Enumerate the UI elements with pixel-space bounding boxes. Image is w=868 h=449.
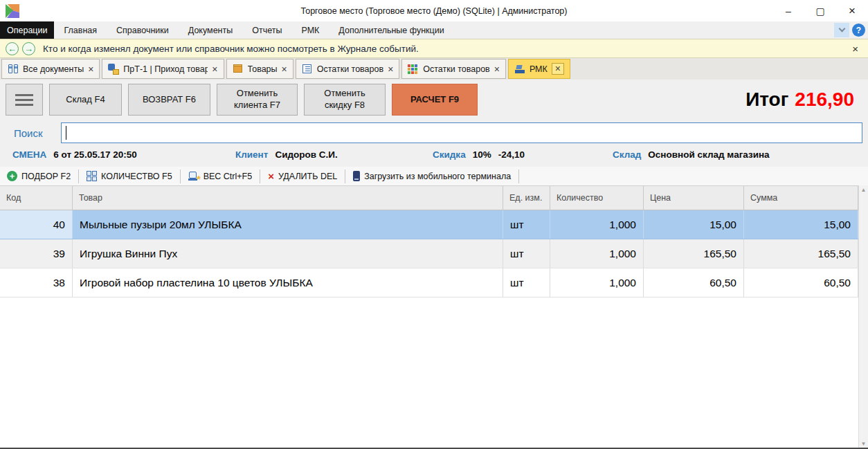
notice-close-icon[interactable]: × bbox=[848, 43, 862, 55]
tab-goods-receipt[interactable]: ПрТ-1 | Приход товаров × bbox=[102, 59, 224, 79]
plus-circle-icon: + bbox=[7, 171, 17, 181]
tab-close-icon[interactable]: × bbox=[388, 64, 393, 74]
cash-register-icon bbox=[514, 64, 525, 75]
cancel-client-button[interactable]: Отменить клиента F7 bbox=[217, 84, 298, 116]
grid-toolbar: + ПОДБОР F2 КОЛИЧЕСТВО F5 * ВЕС Ctrl+F5 … bbox=[0, 167, 868, 185]
search-label: Поиск bbox=[0, 127, 61, 139]
title-bar: Торговое место (Торговое место (Демо) (S… bbox=[0, 0, 868, 21]
items-grid: Код Товар Ед. изм. Количество Цена Сумма… bbox=[0, 185, 858, 449]
rmk-panel: Склад F4 ВОЗВРАТ F6 Отменить клиента F7 … bbox=[0, 80, 868, 449]
quantity-button[interactable]: КОЛИЧЕСТВО F5 bbox=[79, 169, 181, 183]
ribbon-collapse-button[interactable] bbox=[834, 23, 849, 37]
total-label: Итог bbox=[745, 89, 788, 111]
table-row[interactable]: 39 Игрушка Винни Пух шт 1,000 165,50 165… bbox=[0, 239, 858, 268]
close-button[interactable]: × bbox=[836, 0, 868, 21]
maximize-button[interactable]: ▢ bbox=[804, 0, 836, 21]
table-header: Код Товар Ед. изм. Количество Цена Сумма bbox=[0, 185, 858, 210]
cancel-discount-button[interactable]: Отменить скидку F8 bbox=[304, 84, 386, 116]
menu-right-controls: ? bbox=[834, 21, 868, 39]
help-icon[interactable]: ? bbox=[852, 24, 865, 37]
window-title: Торговое место (Торговое место (Демо) (S… bbox=[0, 6, 868, 16]
scale-icon: * bbox=[188, 171, 199, 182]
menu-references[interactable]: Справочники bbox=[107, 21, 179, 39]
grid-icon bbox=[408, 64, 419, 75]
chevron-down-icon bbox=[838, 26, 845, 33]
delete-button[interactable]: × УДАЛИТЬ DEL bbox=[260, 169, 345, 183]
menu-main[interactable]: Главная bbox=[54, 21, 107, 39]
tab-stock-list[interactable]: Остатки товаров × bbox=[296, 59, 400, 79]
warehouse-button[interactable]: Склад F4 bbox=[49, 84, 122, 116]
menu-reports[interactable]: Отчеты bbox=[242, 21, 291, 39]
notice-text: Кто и когда изменял документ или справоч… bbox=[43, 44, 419, 54]
total-value: 216,90 bbox=[795, 89, 854, 111]
actions-row: Склад F4 ВОЗВРАТ F6 Отменить клиента F7 … bbox=[0, 80, 868, 120]
weight-button[interactable]: * ВЕС Ctrl+F5 bbox=[181, 169, 261, 183]
col-unit[interactable]: Ед. изм. bbox=[503, 186, 550, 210]
load-mobile-button[interactable]: Загрузить из мобильного терминала bbox=[345, 169, 519, 183]
notice-bar: ← → Кто и когда изменял документ или спр… bbox=[0, 39, 868, 58]
tab-stock-grid[interactable]: Остатки товаров × bbox=[401, 59, 506, 79]
delete-x-icon: × bbox=[268, 171, 274, 181]
documents-icon bbox=[8, 64, 19, 75]
tab-bar: Все документы × ПрТ-1 | Приход товаров ×… bbox=[0, 58, 868, 80]
grid-empty-area bbox=[0, 297, 858, 449]
mobile-terminal-icon bbox=[353, 171, 360, 181]
text-caret bbox=[66, 126, 66, 140]
tab-close-icon[interactable]: × bbox=[552, 63, 564, 75]
tab-rmk[interactable]: РМК × bbox=[508, 59, 570, 79]
tab-close-icon[interactable]: × bbox=[212, 64, 217, 74]
menu-rmk[interactable]: РМК bbox=[291, 21, 329, 39]
payment-button[interactable]: РАСЧЕТ F9 bbox=[392, 84, 478, 116]
col-code[interactable]: Код bbox=[0, 186, 73, 210]
items-table: Код Товар Ед. изм. Количество Цена Сумма… bbox=[0, 185, 868, 449]
search-row: Поиск bbox=[0, 120, 868, 146]
tab-close-icon[interactable]: × bbox=[494, 64, 500, 74]
status-row: СМЕНА 6 от 25.05.17 20:50 Клиент Сидоров… bbox=[0, 146, 868, 167]
pick-button[interactable]: + ПОДБОР F2 bbox=[7, 169, 79, 183]
refund-button[interactable]: ВОЗВРАТ F6 bbox=[128, 84, 210, 116]
quantity-grid-icon bbox=[87, 171, 97, 181]
col-qty[interactable]: Количество bbox=[550, 186, 644, 210]
shift-status: СМЕНА 6 от 25.05.17 20:50 bbox=[12, 149, 137, 160]
col-price[interactable]: Цена bbox=[644, 186, 744, 210]
vertical-scrollbar[interactable]: ▲ ▼ bbox=[858, 185, 868, 449]
table-row[interactable]: 38 Игровой набор пластелина 10 цветов УЛ… bbox=[0, 268, 858, 297]
menu-bar: Операции Главная Справочники Документы О… bbox=[0, 21, 868, 39]
table-row[interactable]: 40 Мыльные пузыри 20мл УЛЫБКА шт 1,000 1… bbox=[0, 210, 858, 239]
package-icon bbox=[233, 64, 244, 75]
minimize-button[interactable]: – bbox=[772, 0, 804, 21]
list-icon bbox=[302, 64, 313, 75]
col-sum[interactable]: Сумма bbox=[744, 186, 858, 210]
window-controls: – ▢ × bbox=[772, 0, 868, 21]
warehouse-status: Склад Основной склад магазина bbox=[613, 149, 770, 160]
col-product[interactable]: Товар bbox=[73, 186, 503, 210]
goods-receipt-icon bbox=[108, 64, 119, 75]
tab-close-icon[interactable]: × bbox=[282, 64, 287, 74]
menu-documents[interactable]: Документы bbox=[179, 21, 242, 39]
hamburger-menu-button[interactable] bbox=[6, 84, 43, 116]
notice-back-button[interactable]: ← bbox=[6, 42, 19, 55]
menu-operations[interactable]: Операции bbox=[0, 21, 54, 39]
scroll-down-icon[interactable]: ▼ bbox=[861, 441, 867, 447]
discount-status: Скидка 10% -24,10 bbox=[433, 149, 525, 160]
app-logo-icon bbox=[6, 4, 19, 18]
scroll-up-icon[interactable]: ▲ bbox=[861, 187, 867, 193]
total-box: Итог 216,90 bbox=[745, 89, 861, 111]
menu-extra-functions[interactable]: Дополнительные функции bbox=[329, 21, 453, 39]
client-status: Клиент Сидоров С.И. bbox=[235, 149, 338, 160]
notice-forward-button[interactable]: → bbox=[22, 42, 35, 55]
search-input[interactable] bbox=[61, 122, 862, 143]
tab-products[interactable]: Товары × bbox=[226, 59, 293, 79]
tab-close-icon[interactable]: × bbox=[88, 64, 93, 74]
search-wrap bbox=[61, 122, 862, 143]
tab-all-documents[interactable]: Все документы × bbox=[1, 59, 100, 79]
